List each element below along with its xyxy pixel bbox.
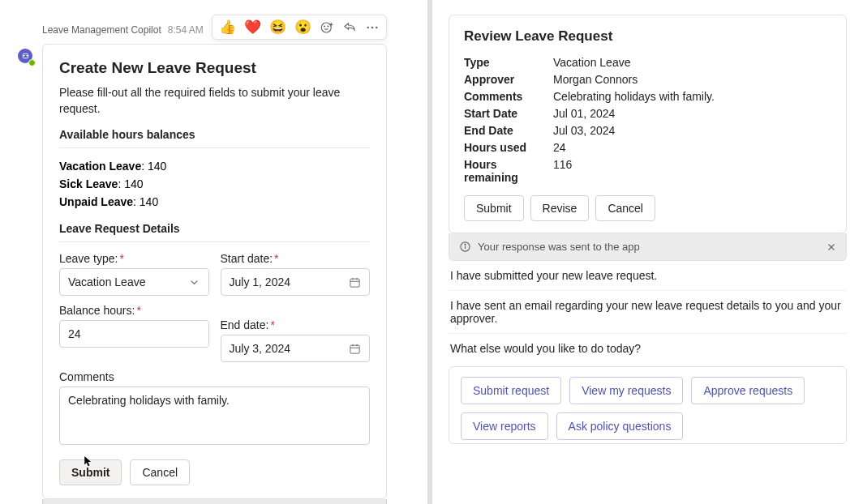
end-label: End Date [464,124,553,137]
remain-value: 116 [553,158,831,184]
suggestion-view-my-requests[interactable]: View my requests [569,377,683,404]
timestamp: 8:54 AM [168,24,204,36]
review-revise-button[interactable]: Revise [530,195,590,221]
chat-message: What else would you like to do today? [449,334,847,366]
surprised-icon[interactable]: 😮 [294,19,311,36]
svg-point-26 [465,244,466,245]
remain-label: Hours remaining [464,158,553,184]
review-status-bar: Your response was sent to the app [449,233,847,261]
end-value: Jul 03, 2024 [553,124,831,137]
svg-point-9 [371,26,374,28]
comments-value-r: Celebrating holidays with family. [553,90,831,103]
chat-message: I have submitted your new leave request. [449,261,847,291]
close-icon[interactable] [827,242,836,252]
start-value: Jul 01, 2024 [553,107,831,120]
used-label: Hours used [464,141,553,154]
svg-point-4 [324,25,324,26]
review-leave-card: Review Leave Request Type Vacation Leave… [449,15,847,233]
review-title: Review Leave Request [464,28,831,45]
end-date-input[interactable]: July 3, 2024 [221,335,371,362]
svg-rect-15 [350,345,359,353]
info-icon [459,241,471,253]
svg-point-5 [328,25,328,26]
balances-header: Available hours balances [59,128,370,141]
presence-indicator [28,59,36,66]
balances-list: Vacation Leave: 140 Sick Leave: 140 Unpa… [59,158,370,211]
type-label: Type [464,56,553,69]
laugh-icon[interactable]: 😆 [269,19,286,36]
calendar-icon [349,276,361,288]
review-submit-button[interactable]: Submit [464,195,524,221]
calendar-icon [349,343,361,355]
submit-button[interactable]: Submit [59,459,122,485]
reaction-bar: 👍 ❤️ 😆 😮 [212,15,387,40]
svg-point-10 [376,26,378,28]
comments-label-r: Comments [464,90,553,103]
thumbs-up-icon[interactable]: 👍 [219,19,236,36]
add-reaction-icon[interactable] [320,20,334,35]
start-label: Start Date [464,107,553,120]
suggestion-panel: Submit request View my requests Approve … [449,366,847,444]
leave-type-label: Leave type:* [59,252,209,265]
heart-icon[interactable]: ❤️ [244,19,261,36]
reply-icon[interactable] [342,20,357,35]
end-date-label: End date:* [221,318,371,331]
suggestion-submit-request[interactable]: Submit request [461,377,561,404]
svg-point-8 [367,26,369,28]
chat-message: I have sent an email regarding your new … [449,291,847,334]
used-value: 24 [553,141,831,154]
review-status-text: Your response was sent to the app [478,241,640,253]
suggestion-view-reports[interactable]: View reports [461,412,548,440]
suggestion-approve-requests[interactable]: Approve requests [691,377,805,404]
card-title: Create New Leave Request [59,59,370,77]
balance-hours-label: Balance hours:* [59,304,209,317]
more-options-icon[interactable] [365,20,380,35]
start-date-input[interactable]: July 1, 2024 [221,268,371,296]
balance-hours-input[interactable] [59,320,209,348]
start-date-label: Start date:* [221,252,371,265]
leave-type-select[interactable]: Vacation Leave [59,268,209,296]
svg-rect-11 [350,279,359,287]
sender-name: Leave Management Copilot [42,24,161,36]
create-leave-card: Create New Leave Request Please fill-out… [42,44,387,499]
approver-label: Approver [464,73,553,86]
details-header: Leave Request Details [59,222,370,235]
approver-value: Morgan Connors [553,73,831,86]
svg-point-0 [23,54,24,56]
instruction-text: Please fill-out all the required fields … [59,85,370,117]
comments-label: Comments [59,370,370,383]
status-bar: Your response was sent to the app [42,499,387,504]
review-cancel-button[interactable]: Cancel [595,195,655,221]
chevron-down-icon [188,276,200,288]
suggestion-ask-policy-questions[interactable]: Ask policy questions [556,412,684,440]
comments-textarea[interactable] [59,387,370,445]
bot-avatar [18,49,32,63]
svg-point-1 [26,54,28,56]
cancel-button[interactable]: Cancel [130,459,190,485]
type-value: Vacation Leave [553,56,831,69]
